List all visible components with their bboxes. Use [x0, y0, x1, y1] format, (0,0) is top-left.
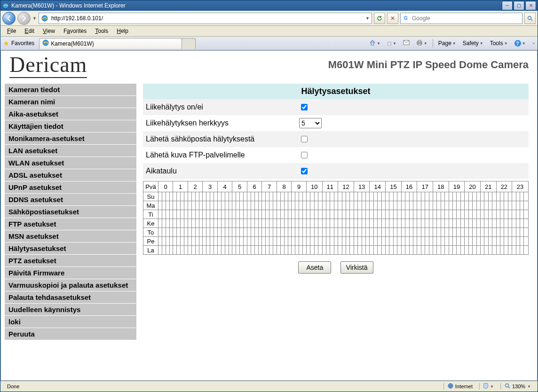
schedule-cell[interactable]: [421, 210, 425, 219]
schedule-cell[interactable]: [318, 210, 322, 219]
schedule-cell[interactable]: [330, 201, 334, 210]
schedule-cell[interactable]: [516, 192, 520, 201]
schedule-cell[interactable]: [488, 228, 492, 237]
status-protected[interactable]: ▼: [479, 383, 498, 390]
schedule-cell[interactable]: [350, 228, 354, 237]
schedule-cell[interactable]: [338, 219, 342, 228]
schedule-cell[interactable]: [468, 237, 472, 246]
schedule-cell[interactable]: [266, 210, 269, 219]
schedule-cell[interactable]: [405, 192, 409, 201]
schedule-cell[interactable]: [520, 246, 524, 255]
schedule-cell[interactable]: [295, 210, 299, 219]
schedule-cell[interactable]: [273, 228, 277, 237]
schedule-cell[interactable]: [295, 201, 299, 210]
schedule-cell[interactable]: [445, 219, 449, 228]
schedule-cell[interactable]: [516, 201, 520, 210]
schedule-cell[interactable]: [181, 246, 184, 255]
schedule-cell[interactable]: [306, 192, 310, 201]
schedule-cell[interactable]: [473, 237, 476, 246]
sidebar-item[interactable]: LAN asetukset: [5, 145, 136, 157]
schedule-cell[interactable]: [206, 228, 210, 237]
schedule-cell[interactable]: [191, 192, 195, 201]
menu-help[interactable]: Help: [113, 27, 132, 35]
schedule-cell[interactable]: [303, 246, 307, 255]
schedule-cell[interactable]: [195, 237, 199, 246]
schedule-cell[interactable]: [445, 246, 449, 255]
schedule-cell[interactable]: [284, 192, 288, 201]
schedule-cell[interactable]: [373, 210, 377, 219]
schedule-cell[interactable]: [413, 228, 417, 237]
schedule-cell[interactable]: [366, 210, 370, 219]
menu-tools[interactable]: Tools: [91, 27, 112, 35]
schedule-cell[interactable]: [280, 192, 284, 201]
schedule-cell[interactable]: [203, 210, 206, 219]
schedule-cell[interactable]: [232, 192, 236, 201]
schedule-cell[interactable]: [484, 210, 488, 219]
schedule-cell[interactable]: [217, 246, 221, 255]
schedule-cell[interactable]: [244, 210, 247, 219]
sidebar-item[interactable]: loki: [5, 316, 136, 328]
schedule-cell[interactable]: [277, 237, 280, 246]
schedule-cell[interactable]: [284, 210, 288, 219]
schedule-cell[interactable]: [288, 219, 292, 228]
schedule-cell[interactable]: [473, 228, 476, 237]
schedule-cell[interactable]: [326, 246, 330, 255]
schedule-grid[interactable]: Pvä0123456789101112131415161718192021222…: [143, 181, 529, 255]
schedule-cell[interactable]: [195, 192, 199, 201]
schedule-cell[interactable]: [460, 201, 464, 210]
schedule-cell[interactable]: [417, 237, 421, 246]
schedule-cell[interactable]: [370, 210, 373, 219]
schedule-cell[interactable]: [520, 237, 524, 246]
schedule-cell[interactable]: [512, 228, 516, 237]
schedule-cell[interactable]: [195, 246, 199, 255]
schedule-cell[interactable]: [195, 219, 199, 228]
schedule-cell[interactable]: [437, 228, 441, 237]
schedule-cell[interactable]: [366, 201, 370, 210]
schedule-cell[interactable]: [314, 246, 318, 255]
schedule-cell[interactable]: [203, 228, 206, 237]
schedule-cell[interactable]: [488, 192, 492, 201]
schedule-cell[interactable]: [401, 228, 405, 237]
schedule-cell[interactable]: [417, 228, 421, 237]
schedule-cell[interactable]: [225, 237, 229, 246]
schedule-cell[interactable]: [381, 201, 385, 210]
schedule-cell[interactable]: [338, 192, 342, 201]
schedule-cell[interactable]: [236, 192, 240, 201]
sidebar-item[interactable]: Monikamera-asetukset: [5, 133, 136, 145]
schedule-cell[interactable]: [269, 237, 273, 246]
schedule-cell[interactable]: [162, 246, 166, 255]
schedule-cell[interactable]: [358, 237, 362, 246]
schedule-cell[interactable]: [397, 210, 401, 219]
schedule-cell[interactable]: [500, 210, 504, 219]
schedule-cell[interactable]: [247, 192, 251, 201]
schedule-cell[interactable]: [314, 201, 318, 210]
schedule-cell[interactable]: [303, 237, 307, 246]
schedule-cell[interactable]: [457, 210, 460, 219]
schedule-cell[interactable]: [366, 228, 370, 237]
schedule-cell[interactable]: [214, 210, 218, 219]
schedule-cell[interactable]: [206, 210, 210, 219]
schedule-cell[interactable]: [484, 219, 488, 228]
schedule-cell[interactable]: [214, 219, 218, 228]
schedule-cell[interactable]: [162, 228, 166, 237]
schedule-cell[interactable]: [199, 237, 203, 246]
schedule-cell[interactable]: [162, 192, 166, 201]
schedule-cell[interactable]: [370, 237, 373, 246]
schedule-cell[interactable]: [413, 210, 417, 219]
schedule-cell[interactable]: [303, 192, 307, 201]
schedule-cell[interactable]: [480, 237, 484, 246]
search-box[interactable]: G: [400, 13, 522, 24]
schedule-cell[interactable]: [393, 201, 397, 210]
schedule-cell[interactable]: [254, 201, 258, 210]
schedule-cell[interactable]: [500, 219, 504, 228]
schedule-cell[interactable]: [504, 210, 508, 219]
schedule-cell[interactable]: [334, 246, 338, 255]
stop-button[interactable]: ✕: [387, 13, 398, 24]
schedule-cell[interactable]: [295, 219, 299, 228]
schedule-cell[interactable]: [254, 228, 258, 237]
schedule-cell[interactable]: [232, 201, 236, 210]
schedule-cell[interactable]: [441, 237, 444, 246]
schedule-cell[interactable]: [378, 246, 381, 255]
schedule-cell[interactable]: [460, 228, 464, 237]
schedule-cell[interactable]: [496, 237, 500, 246]
